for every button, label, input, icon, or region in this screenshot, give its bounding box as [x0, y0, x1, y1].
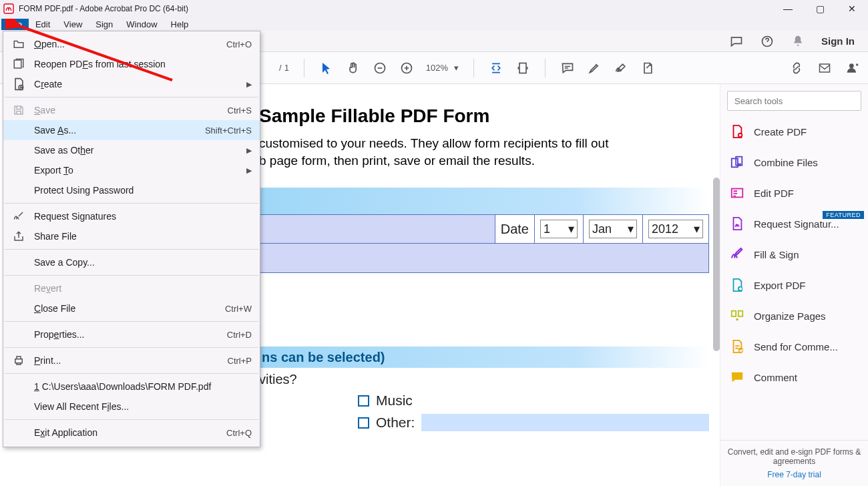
tool-export-pdf[interactable]: Export PDF [720, 270, 868, 300]
export-pdf-icon [730, 278, 744, 292]
menu-exit[interactable]: Exit Application Ctrl+Q [3, 423, 260, 443]
comment-icon[interactable] [560, 61, 575, 75]
page-indicator: / 1 [279, 63, 289, 73]
month-select[interactable]: Jan▾ [589, 220, 637, 238]
tool-combine-files[interactable]: Combine Files [720, 147, 868, 178]
help-icon[interactable] [760, 34, 775, 49]
svg-rect-12 [732, 311, 736, 316]
organize-pages-icon [730, 308, 744, 323]
close-button[interactable]: ✕ [845, 3, 859, 14]
menu-properties[interactable]: Properties... Ctrl+D [3, 324, 260, 344]
save-icon [11, 103, 26, 117]
menu-create[interactable]: Create ▶ [3, 74, 260, 94]
fill-sign-icon [730, 247, 744, 262]
separator [473, 59, 474, 77]
sign-in-link[interactable]: Sign In [821, 35, 855, 47]
section-header-1 [259, 188, 709, 214]
separator [304, 59, 304, 77]
free-trial-link[interactable]: Free 7-day trial [726, 470, 863, 479]
menu-open[interactable]: Open... Ctrl+O [3, 34, 260, 54]
menu-view-all-recent[interactable]: View All Recent Files... [3, 397, 260, 417]
date-label: Date [501, 222, 529, 237]
title-bar: FORM PDF.pdf - Adobe Acrobat Pro DC (64-… [0, 0, 868, 17]
tools-panel: ▶ Create PDF Combine Files Edit PDF Requ… [720, 84, 868, 486]
submenu-arrow-icon: ▶ [246, 166, 252, 175]
menu-close-file[interactable]: Close File Ctrl+W [3, 298, 260, 318]
send-comments-icon [730, 339, 744, 354]
zoom-level[interactable]: 102% ▾ [426, 63, 459, 73]
chat-icon[interactable] [729, 34, 744, 49]
menu-request-signatures[interactable]: Request Signatures [3, 206, 260, 226]
fit-width-icon[interactable] [489, 61, 503, 75]
search-input[interactable] [727, 91, 861, 111]
separator [545, 59, 546, 77]
create-pdf-icon [730, 124, 744, 139]
maximize-button[interactable]: ▢ [813, 3, 827, 14]
option-music: Music [376, 393, 413, 409]
menu-bar: File Edit View Sign Window Help [0, 17, 868, 31]
mail-icon[interactable] [817, 61, 832, 75]
tool-organize-pages[interactable]: Organize Pages [720, 300, 868, 331]
tool-send-for-comments[interactable]: Send for Comme... [720, 331, 868, 362]
menu-edit[interactable]: Edit [29, 19, 57, 30]
menu-export-to[interactable]: Export To ▶ [3, 160, 260, 180]
menu-file[interactable]: File [1, 19, 29, 30]
menu-view[interactable]: View [57, 19, 89, 30]
print-icon [11, 353, 26, 368]
request-signature-icon [730, 216, 744, 231]
window-title: FORM PDF.pdf - Adobe Acrobat Pro DC (64-… [19, 4, 188, 13]
highlight-icon[interactable] [587, 61, 602, 75]
menu-reopen[interactable]: Reopen PDFs from last session [3, 54, 260, 74]
menu-print[interactable]: Print... Ctrl+P [3, 350, 260, 371]
menu-save: Save Ctrl+S [3, 100, 260, 120]
menu-recent-file-1[interactable]: 1 C:\Users\aaa\Downloads\FORM PDF.pdf [3, 377, 260, 397]
menu-share-file[interactable]: Share File [3, 226, 260, 246]
select-tool-icon[interactable] [319, 61, 334, 75]
menu-protect-password[interactable]: Protect Using Password [3, 180, 260, 200]
tool-fill-sign[interactable]: Fill & Sign [720, 239, 868, 270]
menu-sign[interactable]: Sign [89, 19, 120, 30]
tool-edit-pdf[interactable]: Edit PDF [720, 178, 868, 208]
other-textfield[interactable] [421, 414, 709, 431]
menu-save-as[interactable]: Save As... Shift+Ctrl+S [3, 120, 260, 140]
minimize-button[interactable]: — [781, 3, 795, 14]
tool-request-signatures[interactable]: Request Signatur...FEATURED [720, 208, 868, 239]
tool-comment[interactable]: Comment [720, 362, 868, 393]
create-icon [11, 77, 26, 91]
doc-title: Sample Fillable PDF Form [259, 84, 709, 135]
bell-icon[interactable] [791, 34, 805, 49]
tools-list: Create PDF Combine Files Edit PDF Reques… [720, 116, 868, 440]
svg-rect-17 [15, 359, 23, 363]
zoom-out-icon[interactable] [373, 61, 387, 75]
fit-page-icon[interactable] [515, 61, 530, 75]
menu-revert: Revert [3, 278, 260, 298]
footer-text: Convert, edit and e-sign PDF forms & agr… [726, 447, 863, 466]
open-icon [11, 37, 26, 51]
question-line: vities? [259, 368, 709, 387]
share-icon [11, 229, 26, 244]
edit-pdf-icon [730, 186, 744, 200]
tools-search [727, 91, 861, 111]
hand-tool-icon[interactable] [346, 61, 361, 75]
zoom-in-icon[interactable] [399, 61, 414, 75]
date-row: Date 1▾ Jan▾ 2012▾ [259, 214, 709, 244]
featured-badge: FEATURED [823, 211, 864, 219]
checkbox-music[interactable] [358, 395, 369, 407]
day-select[interactable]: 1▾ [540, 220, 578, 238]
checkbox-other[interactable] [358, 417, 369, 429]
link-icon[interactable] [789, 61, 804, 75]
comment-tool-icon [730, 370, 744, 385]
sign-icon[interactable] [614, 61, 628, 75]
add-person-icon[interactable] [845, 61, 860, 75]
menu-help[interactable]: Help [164, 19, 196, 30]
doc-paragraph: customised to your needs. They allow for… [259, 135, 709, 169]
menu-save-as-other[interactable]: Save as Other ▶ [3, 140, 260, 160]
signature-icon [11, 209, 26, 224]
scrollbar-thumb[interactable] [713, 178, 720, 351]
stamp-icon[interactable] [640, 61, 655, 75]
tool-create-pdf[interactable]: Create PDF [720, 116, 868, 147]
option-other: Other: [376, 415, 415, 431]
menu-window[interactable]: Window [120, 19, 164, 30]
year-select[interactable]: 2012▾ [648, 220, 703, 238]
menu-save-a-copy[interactable]: Save a Copy... [3, 252, 260, 272]
